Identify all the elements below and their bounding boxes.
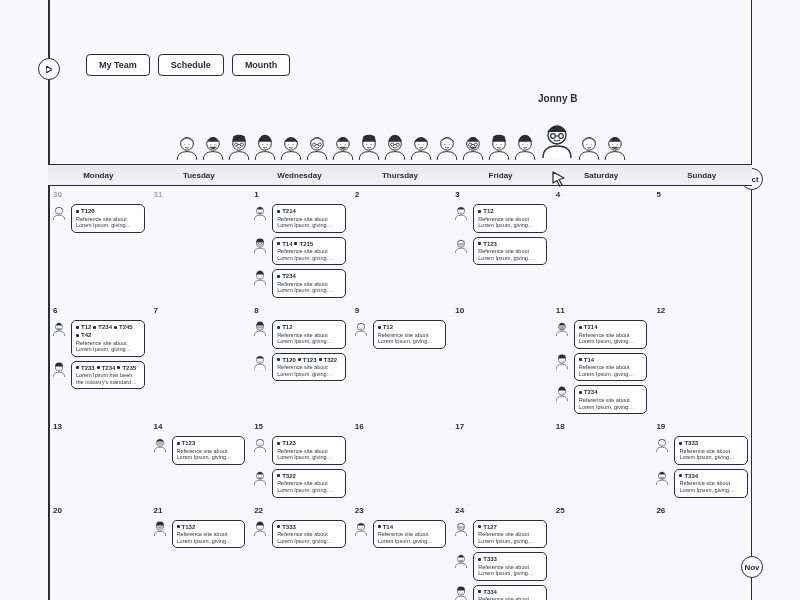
avatar[interactable] <box>329 128 357 164</box>
task[interactable]: T12Reference site about Lorem Ipsum, giv… <box>252 320 346 349</box>
task-card[interactable]: T214Reference site about Lorem Ipsum, gi… <box>574 320 648 349</box>
calendar-cell[interactable]: 8T12Reference site about Lorem Ipsum, gi… <box>249 302 350 418</box>
pill-month[interactable]: Mounth <box>232 54 290 76</box>
avatar[interactable] <box>251 128 279 164</box>
pill-schedule[interactable]: Schedule <box>158 54 224 76</box>
calendar-cell[interactable]: 4 <box>551 186 652 302</box>
task[interactable]: T12Reference site about Lorem Ipsum, giv… <box>453 204 547 233</box>
task-card[interactable]: T214Reference site about Lorem Ipsum, gi… <box>272 204 346 233</box>
calendar-cell[interactable]: 30T126Reference site about Lorem Ipsum, … <box>48 186 149 302</box>
calendar-cell[interactable]: 2 <box>350 186 451 302</box>
task-card[interactable]: T12Reference site about Lorem Ipsum, giv… <box>373 320 447 349</box>
calendar-cell[interactable]: 7 <box>149 302 250 418</box>
avatar[interactable] <box>303 128 331 164</box>
task-card[interactable]: T120T123T322Reference site about Lorem I… <box>272 353 346 382</box>
task[interactable]: T214Reference site about Lorem Ipsum, gi… <box>554 320 648 349</box>
task[interactable]: T123Reference site about Lorem Ipsum, gi… <box>152 436 246 465</box>
calendar-cell[interactable]: 1T214Reference site about Lorem Ipsum, g… <box>249 186 350 302</box>
task-card[interactable]: T333Reference site about Lorem Ipsum, gi… <box>473 552 547 581</box>
calendar-cell[interactable]: 9T12Reference site about Lorem Ipsum, gi… <box>350 302 451 418</box>
task-card[interactable]: T126Reference site about Lorem Ipsum, gi… <box>71 204 145 233</box>
task[interactable]: T234Reference site about Lorem Ipsum, gi… <box>554 385 648 414</box>
task[interactable]: T14Reference site about Lorem Ipsum, giv… <box>353 520 447 549</box>
task-card[interactable]: T333Reference site about Lorem Ipsum, gi… <box>674 436 748 465</box>
pill-my-team[interactable]: My Team <box>86 54 150 76</box>
task[interactable]: T334Reference site about Lorem Ipsum, gi… <box>453 585 547 600</box>
calendar-cell[interactable]: 23T14Reference site about Lorem Ipsum, g… <box>350 502 451 601</box>
avatar[interactable] <box>511 128 539 164</box>
calendar-cell[interactable]: 24T127Reference site about Lorem Ipsum, … <box>450 502 551 601</box>
task-card[interactable]: T132Reference site about Lorem Ipsum, gi… <box>172 520 246 549</box>
task-card[interactable]: T234Reference site about Lorem Ipsum, gi… <box>272 269 346 298</box>
avatar[interactable] <box>277 128 305 164</box>
task[interactable]: T333Reference site about Lorem Ipsum, gi… <box>654 436 748 465</box>
task[interactable]: T120T123T322Reference site about Lorem I… <box>252 353 346 382</box>
task-card[interactable]: T334Reference site about Lorem Ipsum, gi… <box>674 469 748 498</box>
task[interactable]: T123Reference site about Lorem Ipsum, gi… <box>453 237 547 266</box>
avatar[interactable] <box>433 128 461 164</box>
task-card[interactable]: T127Reference site about Lorem Ipsum, gi… <box>473 520 547 549</box>
task-card[interactable]: T14Reference site about Lorem Ipsum, giv… <box>574 353 648 382</box>
avatar[interactable] <box>601 128 629 164</box>
task-card[interactable]: T123Reference site about Lorem Ipsum, gi… <box>473 237 547 266</box>
calendar-cell[interactable]: 11T214Reference site about Lorem Ipsum, … <box>551 302 652 418</box>
task[interactable]: T126Reference site about Lorem Ipsum, gi… <box>51 204 145 233</box>
avatar[interactable] <box>199 128 227 164</box>
calendar-cell[interactable]: 21T132Reference site about Lorem Ipsum, … <box>149 502 250 601</box>
calendar-cell[interactable]: 6T12T234T245T42Reference site about Lore… <box>48 302 149 418</box>
calendar-cell[interactable]: 18 <box>551 418 652 501</box>
calendar-cell[interactable]: 3T12Reference site about Lorem Ipsum, gi… <box>450 186 551 302</box>
task[interactable]: T334Reference site about Lorem Ipsum, gi… <box>654 469 748 498</box>
task[interactable]: T132Reference site about Lorem Ipsum, gi… <box>152 520 246 549</box>
avatar[interactable] <box>173 128 201 164</box>
calendar-cell[interactable]: 25 <box>551 502 652 601</box>
calendar-cell[interactable]: 17 <box>450 418 551 501</box>
task-card[interactable]: T234Reference site about Lorem Ipsum, gi… <box>574 385 648 414</box>
calendar-cell[interactable]: 15T123Reference site about Lorem Ipsum, … <box>249 418 350 501</box>
task-card[interactable]: T334Reference site about Lorem Ipsum, gi… <box>473 585 547 600</box>
task-card[interactable]: T123Reference site about Lorem Ipsum, gi… <box>272 436 346 465</box>
avatar[interactable] <box>485 128 513 164</box>
calendar-cell[interactable]: 14T123Reference site about Lorem Ipsum, … <box>149 418 250 501</box>
calendar-cell[interactable]: 26 <box>651 502 752 601</box>
task[interactable]: T333Reference site about Lorem Ipsum, gi… <box>252 520 346 549</box>
calendar-cell[interactable]: 5 <box>651 186 752 302</box>
calendar-cell[interactable]: 10 <box>450 302 551 418</box>
task-card[interactable]: T12Reference site about Lorem Ipsum, giv… <box>272 320 346 349</box>
task[interactable]: T214Reference site about Lorem Ipsum, gi… <box>252 204 346 233</box>
play-button[interactable] <box>38 58 60 80</box>
avatar-focus[interactable] <box>537 112 577 164</box>
task[interactable]: T233T234T235Lorem Ipsum has been the ind… <box>51 361 145 390</box>
task-card[interactable]: T333Reference site about Lorem Ipsum, gi… <box>272 520 346 549</box>
avatar[interactable] <box>407 128 435 164</box>
avatar[interactable] <box>355 128 383 164</box>
task[interactable]: T14T215Reference site about Lorem Ipsum,… <box>252 237 346 266</box>
calendar-cell[interactable]: 19T333Reference site about Lorem Ipsum, … <box>651 418 752 501</box>
calendar-cell[interactable]: 22T333Reference site about Lorem Ipsum, … <box>249 502 350 601</box>
task-card[interactable]: T14Reference site about Lorem Ipsum, giv… <box>373 520 447 549</box>
avatar[interactable] <box>459 128 487 164</box>
avatar[interactable] <box>381 128 409 164</box>
task[interactable]: T234Reference site about Lorem Ipsum, gi… <box>252 269 346 298</box>
calendar-cell[interactable]: 20 <box>48 502 149 601</box>
task-card[interactable]: T233T234T235Lorem Ipsum has been the ind… <box>71 361 145 390</box>
task-card[interactable]: T14T215Reference site about Lorem Ipsum,… <box>272 237 346 266</box>
task[interactable]: T123Reference site about Lorem Ipsum, gi… <box>252 436 346 465</box>
calendar-cell[interactable]: 13 <box>48 418 149 501</box>
task-card[interactable]: T12Reference site about Lorem Ipsum, giv… <box>473 204 547 233</box>
task-desc: Reference site about Lorem Ipsum, giving… <box>277 216 341 229</box>
calendar-cell[interactable]: 16 <box>350 418 451 501</box>
task[interactable]: T322Reference site about Lorem Ipsum, gi… <box>252 469 346 498</box>
task[interactable]: T333Reference site about Lorem Ipsum, gi… <box>453 552 547 581</box>
avatar[interactable] <box>225 128 253 164</box>
avatar[interactable] <box>575 128 603 164</box>
task-card[interactable]: T123Reference site about Lorem Ipsum, gi… <box>172 436 246 465</box>
task[interactable]: T127Reference site about Lorem Ipsum, gi… <box>453 520 547 549</box>
calendar-cell[interactable]: 31 <box>149 186 250 302</box>
calendar-cell[interactable]: 12 <box>651 302 752 418</box>
task[interactable]: T12Reference site about Lorem Ipsum, giv… <box>353 320 447 349</box>
task[interactable]: T14Reference site about Lorem Ipsum, giv… <box>554 353 648 382</box>
task-card[interactable]: T322Reference site about Lorem Ipsum, gi… <box>272 469 346 498</box>
task-card[interactable]: T12T234T245T42Reference site about Lorem… <box>71 320 145 357</box>
task[interactable]: T12T234T245T42Reference site about Lorem… <box>51 320 145 357</box>
